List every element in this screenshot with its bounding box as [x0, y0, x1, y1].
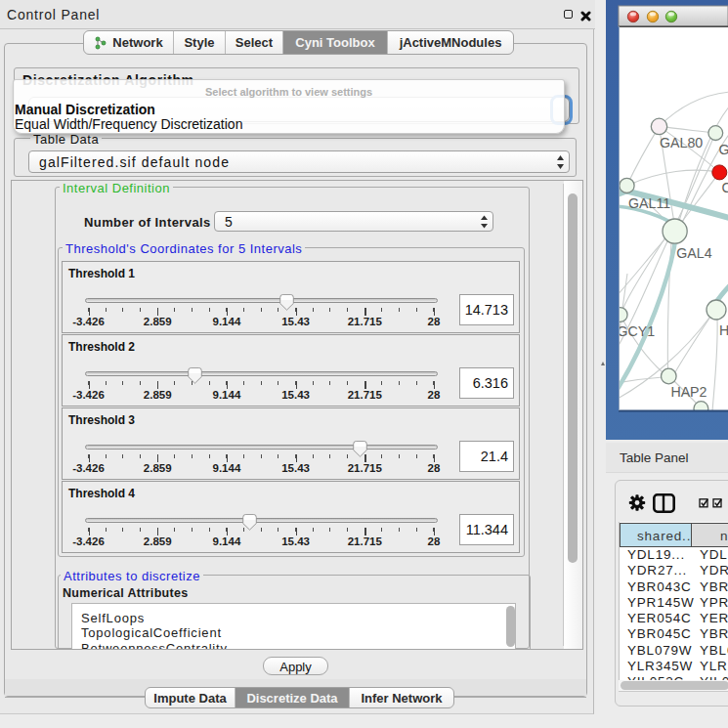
svg-text:GA: GA: [719, 142, 728, 157]
svg-text:H: H: [719, 322, 728, 338]
svg-text:GAL4: GAL4: [676, 245, 711, 261]
svg-text:HAP2: HAP2: [670, 384, 707, 400]
svg-text:GAL80: GAL80: [660, 135, 703, 150]
svg-text:C: C: [722, 180, 728, 195]
svg-text:GAL11: GAL11: [628, 195, 670, 211]
svg-text:GCY1: GCY1: [618, 323, 656, 339]
